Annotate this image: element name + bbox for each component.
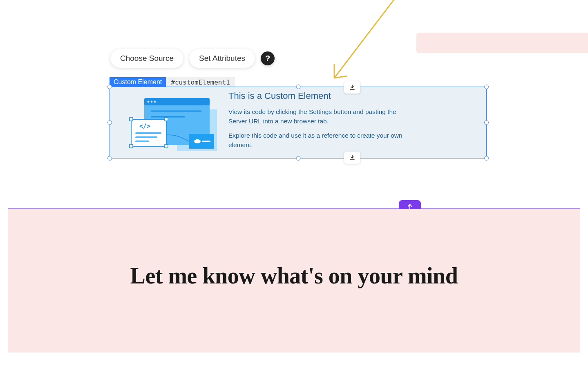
- custom-element-p2: Explore this code and use it as a refere…: [228, 131, 412, 150]
- svg-rect-14: [130, 145, 133, 148]
- svg-rect-12: [130, 118, 133, 121]
- resize-handle-mt[interactable]: [296, 85, 300, 89]
- help-button[interactable]: ?: [261, 51, 275, 65]
- element-type-chip[interactable]: Custom Element: [110, 77, 166, 87]
- help-icon: ?: [265, 54, 270, 63]
- set-attributes-button[interactable]: Set Attributes: [189, 49, 255, 68]
- resize-handle-mb[interactable]: [296, 156, 300, 161]
- section-peek-top-right: [416, 33, 588, 53]
- contact-section[interactable]: Let me know what's on your mind: [8, 209, 580, 352]
- resize-handle-mr[interactable]: [484, 120, 489, 125]
- insert-above-button[interactable]: [344, 81, 360, 94]
- svg-point-4: [151, 101, 153, 103]
- svg-point-3: [148, 101, 150, 103]
- element-toolbar: Choose Source Set Attributes ?: [110, 49, 275, 68]
- custom-element-content: </> This is a Custom Element View its co…: [110, 87, 486, 158]
- resize-handle-tr[interactable]: [484, 85, 489, 89]
- svg-rect-13: [165, 118, 168, 121]
- annotation-arrow: [327, 0, 409, 84]
- download-icon: [349, 154, 355, 161]
- canvas-area[interactable]: Choose Source Set Attributes ? Custom El…: [0, 0, 588, 208]
- custom-element-illustration: </>: [120, 94, 218, 151]
- svg-rect-15: [165, 145, 168, 148]
- svg-text:</>: </>: [139, 123, 150, 130]
- resize-handle-tl[interactable]: [107, 85, 112, 89]
- contact-section-heading: Let me know what's on your mind: [130, 263, 458, 352]
- resize-handle-bl[interactable]: [107, 156, 112, 161]
- svg-point-9: [194, 139, 201, 143]
- download-icon: [349, 84, 355, 91]
- custom-element-p1: View its code by clicking the Settings b…: [228, 107, 412, 126]
- custom-element-selected[interactable]: </> This is a Custom Element View its co…: [110, 87, 487, 158]
- insert-below-button[interactable]: [344, 152, 360, 164]
- svg-point-5: [154, 101, 156, 103]
- resize-handle-ml[interactable]: [107, 120, 112, 125]
- resize-handle-br[interactable]: [484, 156, 489, 161]
- element-label-row: Custom Element #customElement1: [110, 77, 235, 87]
- element-id-chip[interactable]: #customElement1: [166, 77, 235, 87]
- custom-element-text: This is a Custom Element View its code b…: [228, 91, 476, 155]
- choose-source-button[interactable]: Choose Source: [110, 49, 183, 68]
